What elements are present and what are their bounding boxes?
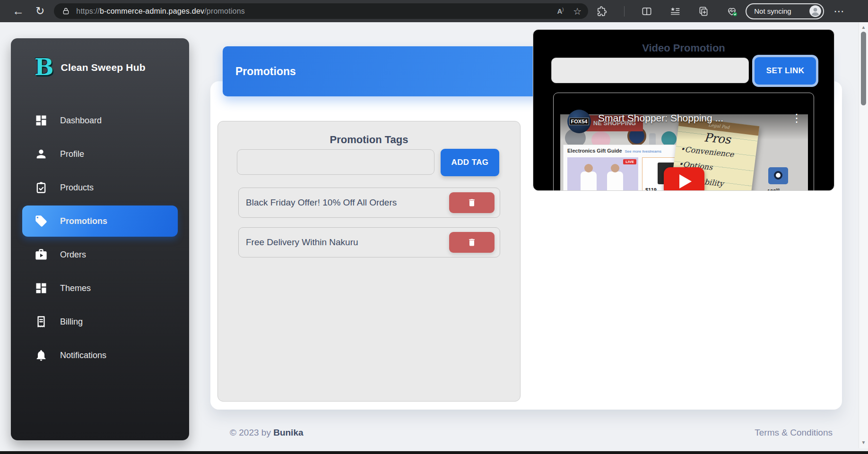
themes-icon xyxy=(35,282,48,295)
tag-row: Free Delivery Within Nakuru xyxy=(238,227,500,257)
lock-icon xyxy=(61,7,70,16)
sidebar-item-promotions[interactable]: Promotions xyxy=(22,206,178,237)
livestream-thumb: LIVE xyxy=(567,157,638,191)
trash-icon xyxy=(467,198,477,207)
settings-menu-icon[interactable]: ⋯ xyxy=(833,5,844,17)
page-title: Promotions xyxy=(235,65,296,78)
youtube-player[interactable]: NE SHOPPING Electronics Gift GuideSee mo… xyxy=(560,100,808,191)
browser-toolbar: ← ↻ https://b-commerce-admin.pages.dev/p… xyxy=(0,0,868,22)
tag-row: Black Friday Offer! 10% Off All Orders xyxy=(238,188,500,218)
video-title[interactable]: Smart Shopper: Shopping ... xyxy=(598,112,723,124)
terms-link[interactable]: Terms & Conditions xyxy=(755,428,833,438)
sidebar-item-label: Orders xyxy=(60,250,86,260)
back-icon[interactable]: ← xyxy=(12,5,24,17)
sidebar-item-profile[interactable]: Profile xyxy=(22,138,178,170)
promotion-tags-card: Promotion Tags ADD TAG Black Friday Offe… xyxy=(217,121,521,402)
toolbar-divider xyxy=(624,6,625,17)
billing-icon xyxy=(35,315,48,328)
scrollbar[interactable]: ▲ ▼ xyxy=(859,22,868,448)
extensions-icon[interactable] xyxy=(596,5,608,17)
sidebar-item-products[interactable]: Products xyxy=(22,172,178,203)
sidebar-item-orders[interactable]: Orders xyxy=(22,239,178,270)
thumb-decor xyxy=(584,164,593,172)
live-badge: LIVE xyxy=(623,159,636,164)
video-container: NE SHOPPING Electronics Gift GuideSee mo… xyxy=(553,93,814,191)
profile-avatar-icon xyxy=(809,5,822,17)
orders-icon xyxy=(35,248,48,261)
profile-icon xyxy=(35,147,48,161)
brand-logo: B xyxy=(35,57,54,77)
sidebar: B Clean Sweep Hub Dashboard Profile Prod… xyxy=(11,38,189,440)
camera-price: 12900 xyxy=(767,188,780,191)
tags-card-title: Promotion Tags xyxy=(218,134,520,146)
thumb-decor xyxy=(774,171,782,180)
sidebar-item-billing[interactable]: Billing xyxy=(22,306,178,337)
brand: B Clean Sweep Hub xyxy=(11,38,189,77)
scroll-up-icon[interactable]: ▲ xyxy=(859,22,868,32)
set-link-button[interactable]: SET LINK xyxy=(755,57,816,85)
brand-name: Clean Sweep Hub xyxy=(61,62,146,73)
refresh-icon[interactable]: ↻ xyxy=(35,6,44,17)
sidebar-item-label: Themes xyxy=(60,283,91,293)
scroll-down-icon[interactable]: ▼ xyxy=(859,437,868,447)
profile-button[interactable]: Not syncing xyxy=(746,3,824,19)
sidebar-item-label: Billing xyxy=(60,317,83,327)
scrollbar-thumb[interactable] xyxy=(861,32,866,105)
sidebar-item-label: Products xyxy=(60,183,94,193)
gift-guide-title: Electronics Gift GuideSee more livestrea… xyxy=(567,148,661,154)
video-menu-icon[interactable]: ⋮ xyxy=(791,111,802,125)
favorites-icon[interactable] xyxy=(669,5,681,17)
sync-status-label: Not syncing xyxy=(754,7,809,15)
split-screen-icon[interactable] xyxy=(641,5,653,17)
window-edge xyxy=(0,451,868,454)
notifications-icon xyxy=(35,349,48,362)
channel-avatar[interactable]: FOX54 xyxy=(567,110,591,133)
add-tag-button[interactable]: ADD TAG xyxy=(441,149,499,176)
favorite-star-icon[interactable]: ☆ xyxy=(573,6,582,17)
delete-tag-button[interactable] xyxy=(449,232,495,253)
product-price: $119 xyxy=(645,187,657,191)
video-promotion-card: Video Promotion SET LINK NE SHOPPING Ele… xyxy=(533,29,834,191)
thumb-decor xyxy=(607,171,623,191)
copyright-text: © 2023 by Bunika xyxy=(230,428,304,438)
address-bar[interactable]: https://b-commerce-admin.pages.dev/promo… xyxy=(54,3,588,19)
sidebar-item-notifications[interactable]: Notifications xyxy=(22,340,178,371)
collections-icon[interactable] xyxy=(697,5,710,17)
video-card-title: Video Promotion xyxy=(533,42,834,54)
play-button[interactable] xyxy=(664,167,704,191)
products-icon xyxy=(35,181,48,194)
page-viewport: B Clean Sweep Hub Dashboard Profile Prod… xyxy=(0,22,868,451)
sidebar-item-label: Promotions xyxy=(60,216,107,226)
sidebar-item-label: Notifications xyxy=(60,351,106,360)
footer-brand: Bunika xyxy=(273,428,303,437)
dashboard-icon xyxy=(35,114,48,127)
sidebar-item-label: Dashboard xyxy=(60,116,102,126)
read-aloud-icon[interactable]: A) xyxy=(557,7,564,15)
tag-input[interactable] xyxy=(237,149,434,175)
camera-product xyxy=(768,167,788,184)
delete-tag-button[interactable] xyxy=(449,192,495,213)
trash-icon xyxy=(467,238,477,247)
sidebar-item-themes[interactable]: Themes xyxy=(22,273,178,304)
thumb-decor xyxy=(611,164,619,172)
url-text: https://b-commerce-admin.pages.dev/promo… xyxy=(76,7,245,16)
sidebar-item-label: Profile xyxy=(60,149,84,159)
tag-label: Black Friday Offer! 10% Off All Orders xyxy=(246,197,449,208)
video-link-input[interactable] xyxy=(551,58,749,83)
tag-label: Free Delivery Within Nakuru xyxy=(246,237,449,248)
gift-guide-link: See more livestreams xyxy=(625,149,661,154)
sidebar-menu: Dashboard Profile Products Promotions xyxy=(11,105,189,371)
thumb-decor xyxy=(581,171,597,191)
browser-essentials-icon[interactable] xyxy=(726,5,738,17)
sidebar-item-dashboard[interactable]: Dashboard xyxy=(22,105,178,136)
promotions-icon xyxy=(35,214,48,228)
footer: © 2023 by Bunika Terms & Conditions xyxy=(210,428,842,438)
